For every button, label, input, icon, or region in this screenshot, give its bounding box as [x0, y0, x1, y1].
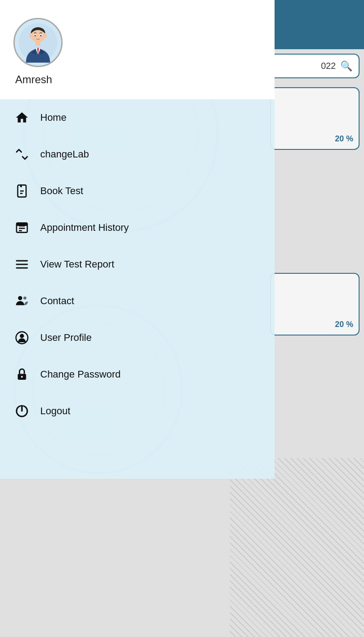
sidebar-item-user-profile-label: User Profile — [40, 332, 92, 344]
sidebar-item-contact[interactable]: Contact — [0, 283, 275, 319]
sidebar-item-change-password-label: Change Password — [40, 369, 121, 380]
sidebar-item-user-profile[interactable]: User Profile — [0, 319, 275, 356]
svg-point-8 — [40, 35, 42, 37]
sidebar-item-appointment-history-label: Appointment History — [40, 222, 129, 234]
bg-card-2: 20 % — [270, 273, 360, 335]
change-password-icon — [13, 366, 30, 383]
logout-icon — [13, 403, 30, 420]
svg-point-20 — [18, 296, 22, 300]
home-icon — [13, 109, 30, 126]
bg-search-text: 022 — [321, 61, 336, 71]
sidebar-item-contact-label: Contact — [40, 295, 74, 307]
bg-search-icon: 🔍 — [340, 60, 352, 72]
avatar — [13, 18, 63, 67]
sidebar-item-book-test-label: Book Test — [40, 185, 83, 197]
svg-point-23 — [20, 334, 24, 338]
sidebar-item-change-lab[interactable]: changeLab — [0, 136, 275, 173]
svg-rect-16 — [17, 223, 27, 226]
sidebar-item-change-lab-label: changeLab — [40, 149, 89, 160]
sidebar-item-home[interactable]: Home — [0, 99, 275, 136]
contact-icon — [13, 293, 30, 310]
svg-point-7 — [34, 35, 36, 37]
drawer: Amresh Home changeLab — [0, 0, 275, 479]
user-profile-icon — [13, 329, 30, 346]
svg-point-3 — [29, 33, 32, 38]
change-lab-icon — [13, 146, 30, 163]
avatar-image — [18, 22, 58, 63]
sidebar-item-book-test[interactable]: Book Test — [0, 173, 275, 209]
sidebar-item-home-label: Home — [40, 112, 67, 123]
bg-diagonal-pattern — [230, 458, 364, 637]
svg-point-21 — [23, 297, 26, 300]
svg-point-25 — [21, 376, 23, 378]
bg-search-bar: 022 🔍 — [270, 54, 360, 78]
appointment-history-icon — [13, 219, 30, 236]
bg-card-1-percent: 20 % — [335, 134, 353, 144]
sidebar-item-appointment-history[interactable]: Appointment History — [0, 209, 275, 246]
sidebar-item-logout-label: Logout — [40, 405, 70, 417]
menu-list: Home changeLab Book Test — [0, 99, 275, 429]
sidebar-item-view-test-report[interactable]: View Test Report — [0, 246, 275, 283]
user-name: Amresh — [15, 73, 52, 86]
bg-card-1: 20 % — [270, 87, 360, 150]
user-section: Amresh — [0, 0, 275, 99]
svg-rect-2 — [36, 42, 41, 46]
book-test-icon — [13, 183, 30, 200]
svg-point-4 — [44, 33, 47, 38]
sidebar-item-logout[interactable]: Logout — [0, 393, 275, 429]
sidebar-item-change-password[interactable]: Change Password — [0, 356, 275, 393]
view-test-report-icon — [13, 256, 30, 273]
bg-card-2-percent: 20 % — [335, 320, 353, 329]
sidebar-item-view-test-report-label: View Test Report — [40, 259, 114, 270]
